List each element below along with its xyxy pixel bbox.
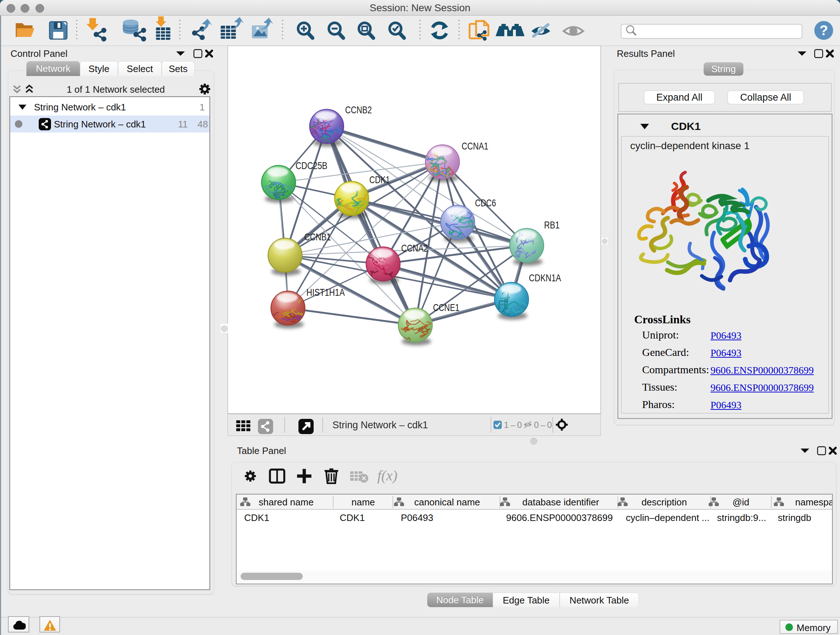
svg-text:namespac: namespac <box>795 497 832 508</box>
svg-text:CDC25B: CDC25B <box>295 160 327 171</box>
svg-text:@id: @id <box>733 497 750 508</box>
svg-text:?: ? <box>819 23 828 38</box>
svg-text:CDC6: CDC6 <box>475 197 496 209</box>
svg-text:CCNA2: CCNA2 <box>401 242 428 254</box>
svg-text:f(x): f(x) <box>377 467 398 484</box>
svg-text:canonical name: canonical name <box>414 497 480 508</box>
svg-text:CCNB2: CCNB2 <box>345 104 372 116</box>
svg-text:description: description <box>641 497 687 508</box>
svg-text:1 – 0: 1 – 0 <box>504 420 522 430</box>
svg-text:CCNE1: CCNE1 <box>433 302 459 313</box>
svg-text:HIST1H1A: HIST1H1A <box>306 287 345 298</box>
svg-text:CDK1: CDK1 <box>369 174 390 185</box>
svg-text:CDKN1A: CDKN1A <box>529 272 561 283</box>
svg-text:shared name: shared name <box>259 497 314 508</box>
svg-text:CCNB1: CCNB1 <box>304 231 331 242</box>
svg-text:name: name <box>351 497 375 508</box>
svg-text:RB1: RB1 <box>544 219 560 231</box>
svg-text:String Network – cdk1: String Network – cdk1 <box>332 420 428 431</box>
svg-text:database identifier: database identifier <box>523 497 600 508</box>
svg-text:CCNA1: CCNA1 <box>462 141 488 152</box>
svg-text:0 – 0: 0 – 0 <box>534 420 552 430</box>
